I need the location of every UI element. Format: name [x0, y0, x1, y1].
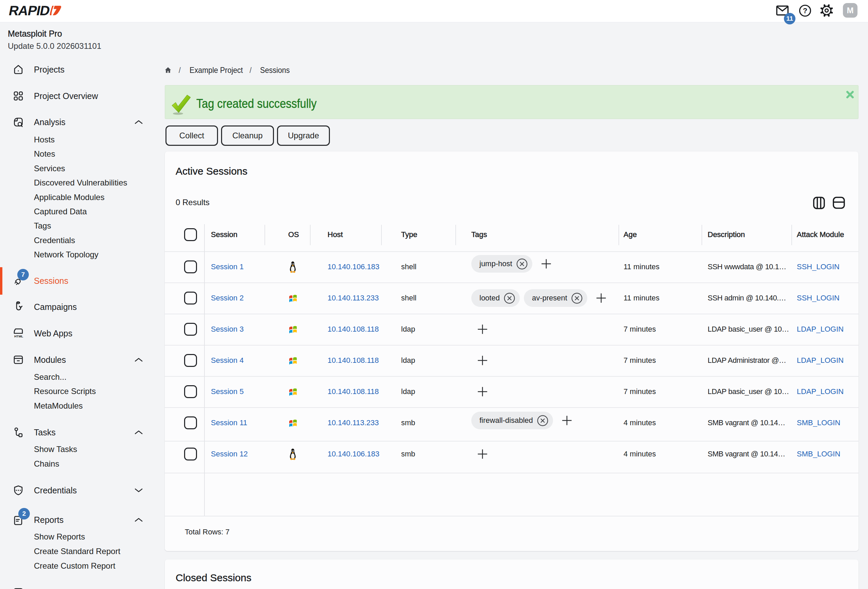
svg-text:RAPID: RAPID: [7, 5, 51, 16]
svg-text:HTML: HTML: [14, 334, 24, 338]
svg-text:?: ?: [803, 6, 807, 15]
